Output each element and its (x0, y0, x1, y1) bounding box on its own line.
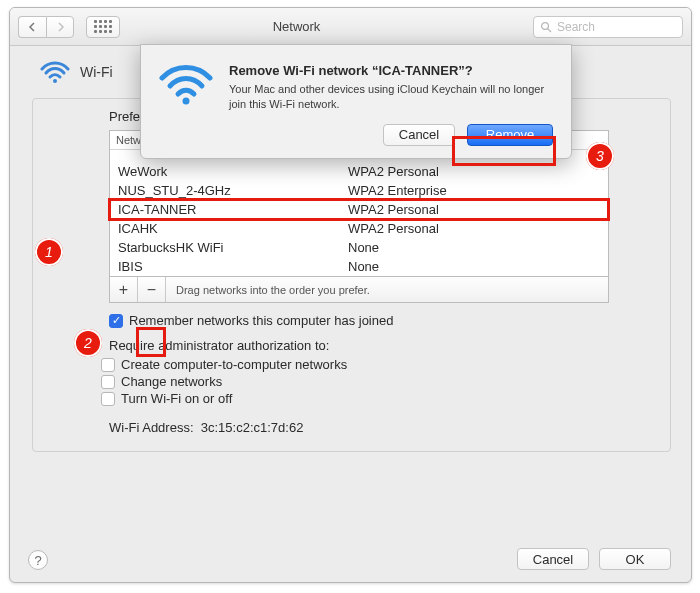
drag-hint: Drag networks into the order you prefer. (166, 284, 370, 296)
ok-button[interactable]: OK (599, 548, 671, 570)
wifi-label: Wi-Fi (80, 64, 113, 80)
help-button[interactable]: ? (28, 550, 48, 570)
auth-option-row[interactable]: Turn Wi-Fi on or off (101, 391, 646, 406)
wifi-address-label: Wi-Fi Address: (109, 420, 194, 435)
require-auth-label: Require administrator authorization to: (109, 338, 646, 353)
sheet-cancel-button[interactable]: Cancel (383, 124, 455, 146)
auth-toggle-wifi-checkbox[interactable] (101, 392, 115, 406)
remember-networks-row[interactable]: Remember networks this computer has join… (109, 313, 646, 328)
wifi-icon (40, 60, 70, 84)
auth-change-checkbox[interactable] (101, 375, 115, 389)
auth-option-row[interactable]: Change networks (101, 374, 646, 389)
add-network-button[interactable]: + (110, 277, 138, 302)
svg-line-1 (548, 28, 551, 31)
sheet-message: Remove Wi-Fi network “ICA-TANNER”? Your … (229, 63, 553, 112)
remember-networks-checkbox[interactable] (109, 314, 123, 328)
callout-3: 3 (586, 142, 614, 170)
svg-point-0 (542, 22, 549, 29)
dialog-buttons: Cancel OK (517, 548, 671, 570)
remove-network-button[interactable]: − (138, 277, 166, 302)
auth-option-label: Change networks (121, 374, 222, 389)
wifi-address-value: 3c:15:c2:c1:7d:62 (201, 420, 304, 435)
sheet-description: Your Mac and other devices using iCloud … (229, 82, 553, 112)
auth-c2c-checkbox[interactable] (101, 358, 115, 372)
network-preferences-window: Network Search Wi-Fi Prefe Network Name … (9, 7, 692, 583)
search-icon (540, 21, 552, 33)
highlight-remove-button (136, 327, 166, 357)
remember-networks-label: Remember networks this computer has join… (129, 313, 393, 328)
cancel-button[interactable]: Cancel (517, 548, 589, 570)
wifi-large-icon (159, 63, 213, 112)
auth-option-label: Create computer-to-computer networks (121, 357, 347, 372)
back-button[interactable] (18, 16, 46, 38)
table-row[interactable]: ICAHK WPA2 Personal (110, 219, 608, 238)
table-row[interactable]: IBIS None (110, 257, 608, 276)
search-field[interactable]: Search (533, 16, 683, 38)
sheet-title: Remove Wi-Fi network “ICA-TANNER”? (229, 63, 553, 78)
auth-option-label: Turn Wi-Fi on or off (121, 391, 232, 406)
svg-point-2 (53, 79, 57, 83)
table-row[interactable]: StarbucksHK WiFi None (110, 238, 608, 257)
svg-point-3 (183, 98, 190, 105)
table-row[interactable]: NUS_STU_2-4GHz WPA2 Enterprise (110, 181, 608, 200)
table-controls: + − Drag networks into the order you pre… (109, 277, 609, 303)
window-title: Network (66, 19, 527, 34)
highlight-sheet-remove (452, 136, 556, 166)
titlebar: Network Search (10, 8, 691, 46)
callout-2: 2 (74, 329, 102, 357)
auth-option-row[interactable]: Create computer-to-computer networks (101, 357, 646, 372)
callout-1: 1 (35, 238, 63, 266)
search-placeholder: Search (557, 20, 595, 34)
table-row-selected[interactable]: ICA-TANNER WPA2 Personal (110, 200, 608, 219)
wifi-address-row: Wi-Fi Address: 3c:15:c2:c1:7d:62 (109, 420, 646, 435)
